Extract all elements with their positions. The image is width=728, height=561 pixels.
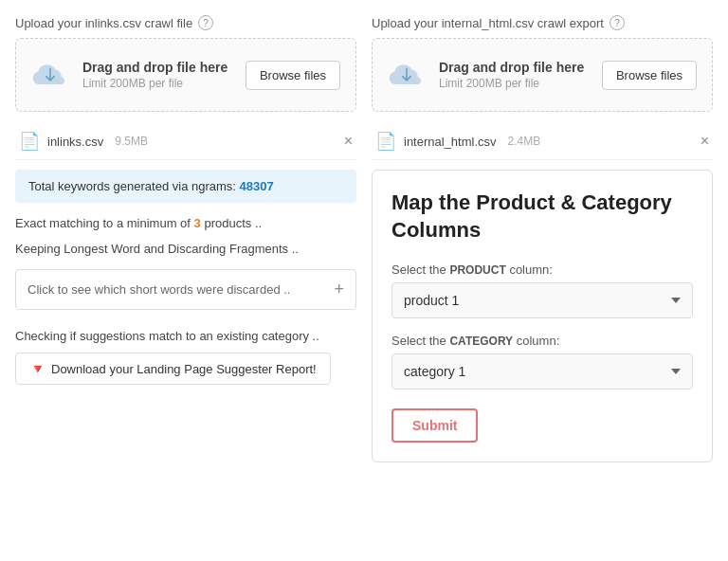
discarded-plus-icon: + bbox=[334, 280, 344, 299]
upload-cloud-icon-2 bbox=[388, 56, 426, 94]
inlinks-file-icon: 📄 bbox=[19, 131, 40, 152]
upload-internal-limit-label: Limit 200MB per file bbox=[439, 77, 589, 90]
upload-internal-label-row: Upload your internal_html.csv crawl expo… bbox=[372, 15, 713, 30]
internal-file-name: internal_html.csv bbox=[404, 135, 497, 149]
upload-inlinks-help-icon[interactable]: ? bbox=[198, 15, 213, 30]
map-card-title: Map the Product & Category Columns bbox=[391, 190, 693, 244]
right-panel: Upload your internal_html.csv crawl expo… bbox=[372, 15, 713, 462]
upload-internal-help-icon[interactable]: ? bbox=[610, 15, 625, 30]
download-icon: 🔻 bbox=[29, 361, 46, 376]
browse-inlinks-button[interactable]: Browse files bbox=[246, 61, 340, 90]
keywords-count: 48307 bbox=[240, 179, 274, 193]
product-col-name: PRODUCT bbox=[449, 263, 505, 277]
upload-cloud-icon bbox=[31, 56, 69, 94]
longest-word-text: Keeping Longest Word and Discarding Frag… bbox=[15, 242, 356, 256]
matching-text: Exact matching to a minimum of 3 product… bbox=[15, 216, 356, 230]
submit-button[interactable]: Submit bbox=[391, 408, 478, 443]
map-columns-card: Map the Product & Category Columns Selec… bbox=[372, 170, 713, 462]
category-col-name: CATEGORY bbox=[449, 335, 513, 348]
upload-internal-text: Drag and drop file here Limit 200MB per … bbox=[439, 60, 589, 90]
upload-inlinks-label: Upload your inlinks.csv crawl file bbox=[15, 16, 192, 30]
upload-inlinks-limit-label: Limit 200MB per file bbox=[82, 77, 232, 90]
upload-internal-dropzone[interactable]: Drag and drop file here Limit 200MB per … bbox=[372, 38, 713, 112]
internal-file-row: 📄 internal_html.csv 2.4MB × bbox=[372, 123, 713, 160]
category-column-select[interactable]: category 1 category 2 category 3 bbox=[391, 353, 693, 389]
upload-inlinks-label-row: Upload your inlinks.csv crawl file ? bbox=[15, 15, 356, 30]
upload-inlinks-text: Drag and drop file here Limit 200MB per … bbox=[82, 60, 232, 90]
discarded-expander[interactable]: Click to see which short words were disc… bbox=[15, 269, 356, 310]
main-layout: Upload your inlinks.csv crawl file ? Dra… bbox=[15, 15, 713, 462]
inlinks-remove-button[interactable]: × bbox=[344, 134, 353, 149]
matching-num: 3 bbox=[194, 216, 201, 230]
upload-inlinks-drag-label: Drag and drop file here bbox=[82, 60, 232, 75]
matching-pre: Exact matching to a minimum of bbox=[15, 216, 191, 230]
download-label: Download your Landing Page Suggester Rep… bbox=[51, 362, 317, 376]
matching-post: products .. bbox=[204, 216, 262, 230]
keywords-banner: Total keywords generated via ngrams: 483… bbox=[15, 170, 356, 203]
inlinks-file-row: 📄 inlinks.csv 9.5MB × bbox=[15, 123, 356, 160]
checking-text: Checking if suggestions match to an exis… bbox=[15, 329, 356, 343]
upload-inlinks-section: Upload your inlinks.csv crawl file ? Dra… bbox=[15, 15, 356, 112]
inlinks-file-name: inlinks.csv bbox=[47, 135, 103, 149]
internal-file-size: 2.4MB bbox=[508, 135, 541, 148]
upload-internal-drag-label: Drag and drop file here bbox=[439, 60, 589, 75]
upload-internal-label: Upload your internal_html.csv crawl expo… bbox=[372, 16, 604, 30]
upload-inlinks-dropzone[interactable]: Drag and drop file here Limit 200MB per … bbox=[15, 38, 356, 112]
download-report-button[interactable]: 🔻 Download your Landing Page Suggester R… bbox=[15, 353, 331, 385]
discarded-label: Click to see which short words were disc… bbox=[27, 282, 290, 297]
inlinks-file-size: 9.5MB bbox=[115, 135, 148, 148]
upload-internal-section: Upload your internal_html.csv crawl expo… bbox=[372, 15, 713, 112]
browse-internal-button[interactable]: Browse files bbox=[602, 61, 697, 90]
internal-file-icon: 📄 bbox=[375, 131, 396, 152]
internal-remove-button[interactable]: × bbox=[701, 134, 709, 149]
category-select-label: Select the CATEGORY column: bbox=[391, 334, 693, 348]
left-panel: Upload your inlinks.csv crawl file ? Dra… bbox=[15, 15, 356, 462]
product-column-select[interactable]: product 1 product 2 product 3 bbox=[391, 282, 693, 318]
product-select-label: Select the PRODUCT column: bbox=[391, 262, 693, 277]
